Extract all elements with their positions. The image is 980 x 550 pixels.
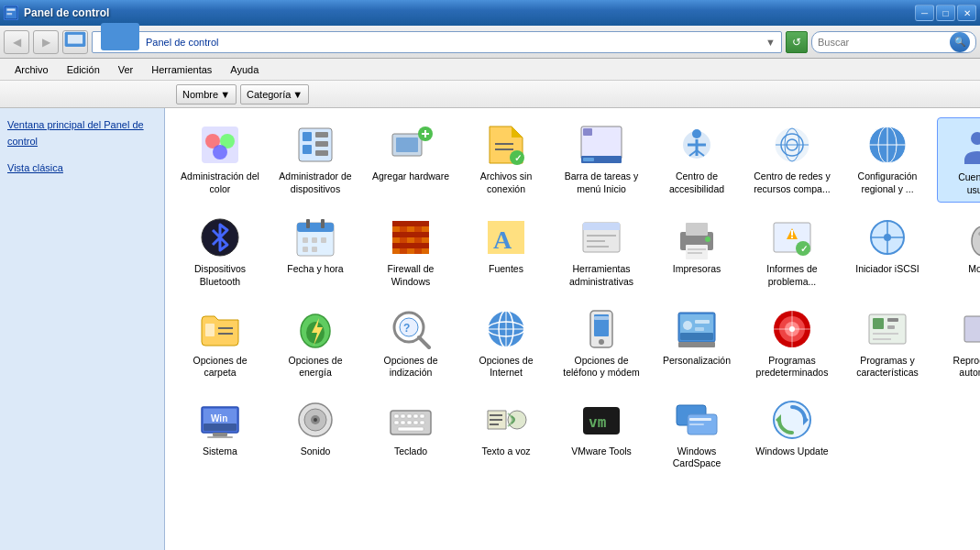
svg-rect-1 — [6, 8, 15, 10]
address-path[interactable]: Panel de control ▼ — [92, 31, 782, 53]
icon-power[interactable]: Opciones de energía — [270, 302, 361, 385]
svg-rect-153 — [401, 421, 405, 424]
icon-label-datetime: Fecha y hora — [287, 263, 343, 276]
svg-rect-133 — [964, 316, 980, 342]
icon-text-to-speech[interactable]: Texto a voz — [460, 392, 552, 476]
icon-printers[interactable]: Impresoras — [651, 210, 743, 293]
icon-fonts[interactable]: A Fuentes — [460, 210, 552, 293]
svg-rect-15 — [315, 150, 328, 156]
refresh-button[interactable]: ↺ — [786, 31, 808, 53]
path-dropdown[interactable]: ▼ — [765, 37, 776, 48]
svg-rect-58 — [312, 247, 317, 252]
svg-rect-139 — [213, 433, 227, 436]
svg-rect-51 — [297, 223, 334, 232]
icon-bluetooth[interactable]: Dispositivos Bluetooth — [174, 210, 266, 293]
icon-phone[interactable]: Opciones de teléfono y módem — [556, 302, 647, 385]
close-button[interactable]: ✕ — [957, 5, 976, 21]
svg-text:✓: ✓ — [800, 244, 808, 254]
icon-personalization[interactable]: Personalización — [651, 302, 743, 385]
icon-label-user-accounts: Cuentas de usuario — [941, 171, 980, 196]
search-input[interactable] — [818, 37, 946, 48]
svg-rect-129 — [887, 318, 898, 322]
icon-user-accounts[interactable]: Cuentas de usuario — [937, 117, 980, 203]
svg-rect-161 — [490, 424, 499, 425]
toolbar: Nombre ▼ Categoría ▼ — [0, 81, 980, 108]
menu-archivo[interactable]: Archivo — [7, 62, 56, 77]
icon-folder-options[interactable]: Opciones de carpeta — [174, 302, 266, 385]
sort-button[interactable]: Nombre ▼ — [176, 84, 237, 104]
sidebar: Ventana principal del Panel de control V… — [0, 108, 165, 550]
menu-ayuda[interactable]: Ayuda — [223, 62, 266, 77]
sort-dropdown-icon: ▼ — [220, 89, 230, 100]
svg-point-162 — [508, 411, 526, 429]
icon-admin-tools[interactable]: Herramientas administrativas — [556, 210, 647, 293]
icon-vmware[interactable]: vm VMware Tools — [556, 392, 647, 476]
window-controls: ─ □ ✕ — [915, 5, 976, 21]
icon-iscsi[interactable]: Iniciador iSCSI — [842, 210, 933, 293]
sidebar-link-vista-clasica[interactable]: Vista clásica — [7, 160, 157, 177]
icon-programs[interactable]: Programas y características — [842, 302, 933, 385]
menu-ver[interactable]: Ver — [111, 62, 141, 77]
icon-taskbar[interactable]: Barra de tareas y menú Inicio — [556, 117, 647, 203]
icon-offline-files[interactable]: ✓ Archivos sin conexión — [460, 117, 552, 203]
dropdown-button[interactable] — [62, 30, 88, 54]
svg-rect-13 — [315, 132, 328, 138]
icon-label-fonts: Fuentes — [489, 263, 523, 276]
icon-indexing[interactable]: ? Opciones de indización — [365, 302, 457, 385]
search-button[interactable]: 🔍 — [950, 32, 970, 52]
icon-keyboard[interactable]: Teclado — [365, 392, 457, 476]
icon-reports[interactable]: ✓ Informes de problema... — [746, 210, 838, 293]
icon-system[interactable]: Win Sistema — [174, 392, 266, 476]
icon-label-region: Configuración regional y ... — [845, 170, 930, 195]
svg-text:✓: ✓ — [514, 153, 522, 163]
icon-label-default-programs: Programas predeterminados — [750, 355, 834, 380]
icon-label-iscsi: Iniciador iSCSI — [855, 263, 919, 276]
icon-network[interactable]: Centro de redes y recursos compa... — [746, 117, 838, 203]
svg-rect-67 — [392, 243, 429, 248]
svg-rect-57 — [303, 247, 308, 252]
icon-default-programs[interactable]: Programas predeterminados — [746, 302, 838, 385]
icon-img-admin-tools — [579, 215, 623, 259]
forward-button[interactable]: ▶ — [33, 30, 59, 54]
icon-datetime[interactable]: Fecha y hora — [270, 210, 361, 293]
menu-edicion[interactable]: Edición — [60, 62, 107, 77]
search-bar[interactable]: 🔍 — [811, 31, 976, 53]
category-label: Categoría — [247, 89, 291, 100]
menu-herramientas[interactable]: Herramientas — [144, 62, 219, 77]
icon-img-system: Win — [198, 398, 242, 442]
icon-label-indexing: Opciones de indización — [369, 355, 453, 380]
icon-img-mouse — [961, 215, 980, 259]
icon-admin-color[interactable]: Administración del color — [174, 117, 266, 203]
icon-add-hardware[interactable]: Agregar hardware — [365, 117, 457, 203]
icon-img-device-manager — [293, 123, 337, 167]
icon-label-offline-files: Archivos sin conexión — [464, 170, 548, 195]
svg-rect-156 — [420, 421, 424, 424]
main-layout: Ventana principal del Panel de control V… — [0, 108, 980, 550]
icon-region[interactable]: Configuración regional y ... — [842, 117, 933, 203]
icon-mouse[interactable]: Mouse — [937, 210, 980, 293]
icon-device-manager[interactable]: Administrador de dispositivos — [270, 117, 361, 203]
icon-firewall[interactable]: Firewall de Windows — [365, 210, 457, 293]
svg-point-145 — [314, 418, 317, 422]
icon-autoplay[interactable]: Reproducción automática — [937, 302, 980, 385]
back-button[interactable]: ◀ — [4, 30, 29, 54]
category-button[interactable]: Categoría ▼ — [240, 84, 309, 104]
icon-cardspace[interactable]: Windows CardSpace — [651, 392, 743, 476]
svg-rect-2 — [6, 13, 12, 15]
maximize-button[interactable]: □ — [936, 5, 955, 21]
svg-rect-119 — [695, 327, 704, 331]
menu-bar: Archivo Edición Ver Herramientas Ayuda — [0, 59, 980, 81]
icon-label-keyboard: Teclado — [394, 446, 427, 458]
icon-windows-update[interactable]: Windows Update — [746, 392, 838, 476]
svg-rect-54 — [303, 237, 308, 243]
icon-sound[interactable]: Sonido — [270, 392, 361, 476]
sidebar-link-ventana-principal[interactable]: Ventana principal del Panel de control — [7, 117, 157, 149]
minimize-button[interactable]: ─ — [915, 5, 934, 21]
icon-label-network: Centro de redes y recursos compa... — [750, 170, 834, 195]
icon-internet-options[interactable]: Opciones de Internet — [460, 302, 552, 385]
svg-rect-14 — [315, 141, 328, 147]
icon-accessibility[interactable]: Centro de accesibilidad — [651, 117, 743, 203]
icon-img-vmware: vm — [579, 398, 623, 442]
svg-rect-113 — [594, 316, 609, 320]
icons-grid: Administración del color Administrador d… — [174, 117, 971, 476]
